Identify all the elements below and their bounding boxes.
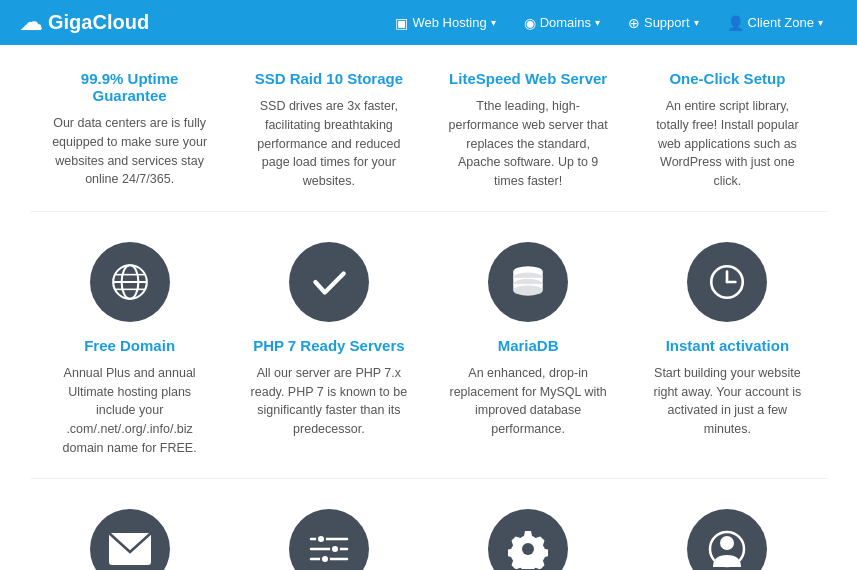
navbar: ☁ GigaCloud ▣ Web Hosting ▾ ◉ Domains ▾ … [0,0,857,45]
nav-support[interactable]: ⊕ Support ▾ [614,0,713,45]
oneclick-title: One-Click Setup [648,70,807,87]
nav-support-label: Support [644,15,690,30]
uptime-text: Our data centers are is fully equipped t… [50,114,209,189]
hosting-caret: ▾ [491,17,496,28]
svg-point-23 [720,536,734,550]
feature-litespeed: LiteSpeed Web Server Tthe leading, high-… [429,55,628,212]
support-caret: ▾ [694,17,699,28]
feature-mariadb: MariaDB An enhanced, drop-in replacement… [429,212,628,479]
php-title: PHP 7 Ready Servers [249,337,408,354]
nav-client-zone[interactable]: 👤 Client Zone ▾ [713,0,837,45]
feature-ssd: SSD Raid 10 Storage SSD drives are 3x fa… [229,55,428,212]
client-icon: 👤 [727,15,744,31]
activation-text: Start building your website right away. … [648,364,807,439]
domains-caret: ▾ [595,17,600,28]
feature-grid: 99.9% Uptime Guarantee Our data centers … [30,55,827,570]
nav-domains-label: Domains [540,15,591,30]
nav-web-hosting[interactable]: ▣ Web Hosting ▾ [381,0,509,45]
main-content: 99.9% Uptime Guarantee Our data centers … [0,45,857,570]
litespeed-title: LiteSpeed Web Server [449,70,608,87]
mail-icon [90,509,170,571]
domain-text: Annual Plus and annual Ultimate hosting … [50,364,209,458]
cloud-icon: ☁ [20,10,42,36]
feature-php: PHP 7 Ready Servers All our server are P… [229,212,428,479]
svg-point-22 [522,543,534,555]
clock-icon [687,242,767,322]
ssd-text: SSD drives are 3x faster, facilitating b… [249,97,408,191]
client-caret: ▾ [818,17,823,28]
domain-title: Free Domain [50,337,209,354]
nav-menu: ▣ Web Hosting ▾ ◉ Domains ▾ ⊕ Support ▾ … [381,0,837,45]
nav-client-label: Client Zone [748,15,814,30]
support-icon: ⊕ [628,15,640,31]
feature-client-zone: Convenient Client Zone [628,479,827,571]
php-text: All our server are PHP 7.x ready. PHP 7 … [249,364,408,439]
feature-email: Flexible and Secure Email [30,479,229,571]
svg-point-11 [513,285,542,296]
sliders-icon [289,509,369,571]
feature-cpanel: cPanel [429,479,628,571]
database-icon [488,242,568,322]
feature-oneclick: One-Click Setup An entire script library… [628,55,827,212]
feature-activation: Instant activation Start building your w… [628,212,827,479]
person-icon [687,509,767,571]
svg-point-21 [321,555,329,563]
activation-title: Instant activation [648,337,807,354]
brand[interactable]: ☁ GigaCloud [20,10,149,36]
check-icon [289,242,369,322]
nav-domains[interactable]: ◉ Domains ▾ [510,0,614,45]
nav-hosting-label: Web Hosting [412,15,486,30]
litespeed-text: Tthe leading, high-performance web serve… [449,97,608,191]
svg-point-19 [317,535,325,543]
svg-point-20 [331,545,339,553]
uptime-title: 99.9% Uptime Guarantee [50,70,209,104]
globe-icon [90,242,170,322]
hosting-icon: ▣ [395,15,408,31]
feature-domain: Free Domain Annual Plus and annual Ultim… [30,212,229,479]
gear-icon [488,509,568,571]
feature-domain-mgmt: Domain Management [229,479,428,571]
mariadb-text: An enhanced, drop-in replacement for MyS… [449,364,608,439]
mariadb-title: MariaDB [449,337,608,354]
oneclick-text: An entire script library, totally free! … [648,97,807,191]
domains-icon: ◉ [524,15,536,31]
brand-name: GigaCloud [48,11,149,34]
feature-uptime: 99.9% Uptime Guarantee Our data centers … [30,55,229,212]
ssd-title: SSD Raid 10 Storage [249,70,408,87]
